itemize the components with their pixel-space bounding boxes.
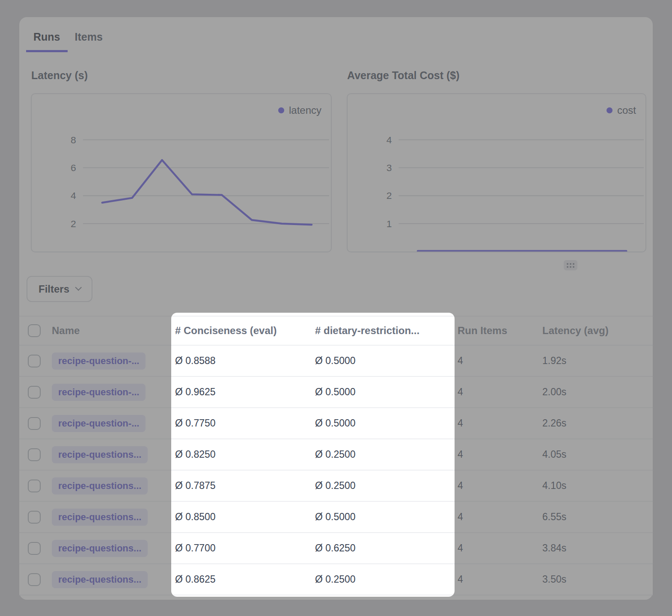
dietary-restriction-score: Ø 0.5000 bbox=[315, 355, 458, 367]
row-checkbox[interactable] bbox=[28, 573, 41, 586]
latency-chart-title: Latency (s) bbox=[31, 69, 88, 82]
header-latency-avg[interactable]: Latency (avg) bbox=[542, 325, 646, 337]
cost-chart: 1234 cost bbox=[347, 93, 646, 252]
table-header-row: Name # Conciseness (eval) # dietary-rest… bbox=[19, 316, 653, 346]
tab-runs[interactable]: Runs bbox=[26, 31, 68, 52]
header-name[interactable]: Name bbox=[52, 325, 175, 337]
cost-legend: cost bbox=[607, 104, 636, 116]
conciseness-score: Ø 0.9625 bbox=[175, 386, 315, 398]
run-name-badge[interactable]: recipe-questions... bbox=[52, 446, 148, 463]
row-checkbox[interactable] bbox=[28, 448, 41, 461]
run-items-count: 4 bbox=[458, 574, 542, 585]
run-items-count: 4 bbox=[458, 542, 542, 554]
header-conciseness[interactable]: # Conciseness (eval) bbox=[175, 325, 315, 337]
row-checkbox[interactable] bbox=[28, 417, 41, 430]
latency-legend: latency bbox=[278, 104, 321, 116]
svg-text:6: 6 bbox=[71, 162, 76, 173]
table-row[interactable]: recipe-questions... Ø 0.7875 Ø 0.2500 4 … bbox=[19, 471, 653, 502]
legend-dot-icon bbox=[607, 107, 613, 113]
table-body: recipe-question-... Ø 0.8588 Ø 0.5000 4 … bbox=[19, 346, 653, 595]
conciseness-score: Ø 0.7875 bbox=[175, 480, 315, 492]
svg-text:2: 2 bbox=[71, 218, 76, 229]
table-row[interactable]: recipe-question-... Ø 0.8588 Ø 0.5000 4 … bbox=[19, 346, 653, 377]
row-checkbox-cell bbox=[26, 355, 52, 367]
row-checkbox[interactable] bbox=[28, 542, 41, 555]
latency-avg-value: 2.26s bbox=[542, 418, 646, 429]
row-checkbox-cell bbox=[26, 573, 52, 586]
table-row[interactable]: recipe-questions... Ø 0.7700 Ø 0.6250 4 … bbox=[19, 533, 653, 564]
header-checkbox-cell bbox=[26, 324, 52, 337]
table-row[interactable]: recipe-questions... Ø 0.8625 Ø 0.2500 4 … bbox=[19, 564, 653, 595]
conciseness-score: Ø 0.8250 bbox=[175, 449, 315, 460]
run-items-count: 4 bbox=[458, 449, 542, 460]
filters-button[interactable]: Filters bbox=[27, 276, 92, 302]
dietary-restriction-score: Ø 0.2500 bbox=[315, 574, 458, 585]
run-name-badge[interactable]: recipe-question-... bbox=[52, 384, 146, 401]
row-checkbox-cell bbox=[26, 386, 52, 399]
run-name-cell: recipe-question-... bbox=[52, 352, 175, 370]
tab-items[interactable]: Items bbox=[68, 31, 110, 52]
chevron-down-icon bbox=[75, 284, 82, 291]
latency-chart: 2468 latency bbox=[31, 93, 332, 252]
conciseness-score: Ø 0.8588 bbox=[175, 355, 315, 367]
run-name-cell: recipe-question-... bbox=[52, 384, 175, 401]
svg-text:3: 3 bbox=[387, 162, 392, 173]
run-name-badge[interactable]: recipe-questions... bbox=[52, 477, 148, 495]
cost-line-chart: 1234 bbox=[348, 94, 645, 252]
legend-dot-icon bbox=[278, 107, 284, 113]
run-items-count: 4 bbox=[458, 386, 542, 398]
filters-label: Filters bbox=[39, 283, 69, 295]
dietary-restriction-score: Ø 0.5000 bbox=[315, 386, 458, 398]
row-checkbox[interactable] bbox=[28, 480, 41, 492]
row-checkbox-cell bbox=[26, 480, 52, 492]
run-items-count: 4 bbox=[458, 511, 542, 523]
dietary-restriction-score: Ø 0.5000 bbox=[315, 511, 458, 523]
run-items-count: 4 bbox=[458, 355, 542, 367]
run-name-cell: recipe-question-... bbox=[52, 415, 175, 432]
table-row[interactable]: recipe-question-... Ø 0.7750 Ø 0.5000 4 … bbox=[19, 408, 653, 439]
table-row[interactable]: recipe-question-... Ø 0.9625 Ø 0.5000 4 … bbox=[19, 377, 653, 408]
run-name-cell: recipe-questions... bbox=[52, 446, 175, 463]
latency-avg-value: 3.84s bbox=[542, 542, 646, 554]
cost-chart-title: Average Total Cost ($) bbox=[347, 69, 460, 82]
svg-text:1: 1 bbox=[387, 218, 392, 229]
latency-avg-value: 4.05s bbox=[542, 449, 646, 460]
table-row[interactable]: recipe-questions... Ø 0.8500 Ø 0.5000 4 … bbox=[19, 502, 653, 533]
run-name-badge[interactable]: recipe-questions... bbox=[52, 509, 148, 526]
dietary-restriction-score: Ø 0.5000 bbox=[315, 418, 458, 429]
run-name-cell: recipe-questions... bbox=[52, 477, 175, 495]
row-checkbox-cell bbox=[26, 511, 52, 524]
run-items-count: 4 bbox=[458, 418, 542, 429]
latency-avg-value: 2.00s bbox=[542, 386, 646, 398]
header-run-items[interactable]: Run Items bbox=[458, 325, 542, 337]
run-name-badge[interactable]: recipe-questions... bbox=[52, 571, 148, 588]
legend-label: latency bbox=[289, 104, 321, 116]
run-name-badge[interactable]: recipe-question-... bbox=[52, 352, 146, 370]
latency-avg-value: 3.50s bbox=[542, 574, 646, 585]
runs-table: Name # Conciseness (eval) # dietary-rest… bbox=[19, 316, 653, 595]
row-checkbox[interactable] bbox=[28, 355, 41, 367]
header-dietary-restriction[interactable]: # dietary-restriction... bbox=[315, 325, 458, 337]
latency-avg-value: 4.10s bbox=[542, 480, 646, 492]
svg-text:4: 4 bbox=[71, 190, 76, 201]
row-checkbox[interactable] bbox=[28, 511, 41, 524]
svg-text:2: 2 bbox=[387, 190, 392, 201]
run-name-badge[interactable]: recipe-questions... bbox=[52, 540, 148, 557]
svg-text:8: 8 bbox=[71, 134, 76, 145]
conciseness-score: Ø 0.8625 bbox=[175, 574, 315, 585]
row-checkbox-cell bbox=[26, 448, 52, 461]
run-items-count: 4 bbox=[458, 480, 542, 492]
resize-handle-icon[interactable] bbox=[564, 260, 577, 270]
dietary-restriction-score: Ø 0.2500 bbox=[315, 480, 458, 492]
dietary-restriction-score: Ø 0.6250 bbox=[315, 542, 458, 554]
row-checkbox[interactable] bbox=[28, 386, 41, 399]
select-all-checkbox[interactable] bbox=[28, 324, 41, 337]
run-name-badge[interactable]: recipe-question-... bbox=[52, 415, 146, 432]
conciseness-score: Ø 0.7700 bbox=[175, 542, 315, 554]
runs-panel: Runs Items Latency (s) Average Total Cos… bbox=[19, 17, 653, 600]
conciseness-score: Ø 0.8500 bbox=[175, 511, 315, 523]
row-checkbox-cell bbox=[26, 417, 52, 430]
table-row[interactable]: recipe-questions... Ø 0.8250 Ø 0.2500 4 … bbox=[19, 439, 653, 471]
dietary-restriction-score: Ø 0.2500 bbox=[315, 449, 458, 460]
row-checkbox-cell bbox=[26, 542, 52, 555]
